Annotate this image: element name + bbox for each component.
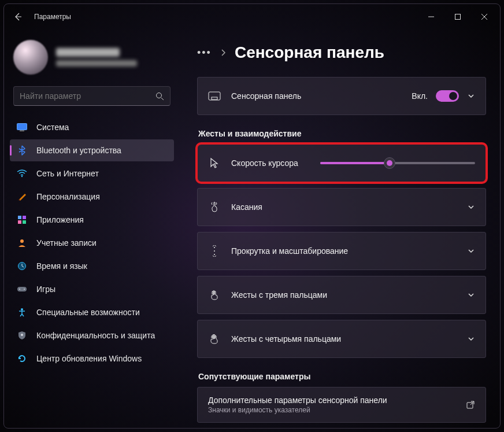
svg-point-19	[214, 250, 215, 252]
three-finger-card[interactable]: Жесты с тремя пальцами	[197, 276, 486, 314]
sidebar-item-label: Центр обновления Windows	[36, 354, 142, 363]
hand-three-icon	[208, 289, 221, 301]
clock-icon	[17, 261, 27, 271]
maximize-button[interactable]	[444, 8, 471, 26]
taps-card[interactable]: Касания	[197, 188, 486, 226]
sidebar-item-label: Bluetooth и устройства	[36, 146, 121, 155]
sidebar-item-label: Специальные возможности	[36, 308, 140, 317]
related-subtitle: Значки и видимость указателей	[208, 406, 387, 414]
sidebar-item-label: Конфиденциальность и защита	[36, 331, 155, 340]
sidebar: Система Bluetooth и устройства Сеть и Ин…	[4, 29, 177, 428]
breadcrumb-more-button[interactable]: •••	[197, 47, 212, 59]
expand-button[interactable]	[467, 203, 475, 211]
chevron-down-icon	[467, 247, 475, 255]
svg-point-14	[21, 308, 23, 311]
window-title: Параметры	[34, 13, 71, 21]
sidebar-item-personalization[interactable]: Персонализация	[10, 186, 174, 208]
expand-button[interactable]	[467, 335, 475, 343]
nav-list: Система Bluetooth и устройства Сеть и Ин…	[10, 116, 174, 370]
card-label: Касания	[231, 202, 262, 212]
svg-rect-11	[17, 287, 27, 291]
expand-button[interactable]	[467, 247, 475, 255]
sidebar-item-update[interactable]: Центр обновления Windows	[10, 348, 174, 370]
chevron-down-icon	[467, 335, 475, 343]
bluetooth-icon	[17, 145, 27, 156]
cursor-speed-slider[interactable]	[320, 162, 475, 164]
back-button[interactable]	[6, 5, 29, 28]
sidebar-item-label: Приложения	[36, 215, 84, 224]
wifi-icon	[17, 168, 27, 179]
sidebar-item-accounts[interactable]: Учетные записи	[10, 232, 174, 254]
section-related-title: Сопутствующие параметры	[198, 372, 486, 381]
chevron-down-icon	[467, 203, 475, 211]
sidebar-item-privacy[interactable]: Конфиденциальность и защита	[10, 324, 174, 346]
search-input[interactable]	[20, 91, 155, 101]
expand-button[interactable]	[467, 291, 475, 299]
svg-point-9	[20, 239, 24, 243]
svg-rect-7	[18, 220, 21, 224]
profile-block[interactable]	[10, 35, 174, 84]
cursor-icon	[208, 157, 221, 169]
four-finger-card[interactable]: Жесты с четырьмя пальцами	[197, 320, 486, 358]
search-input-wrap[interactable]	[13, 86, 171, 106]
touchpad-toggle[interactable]	[436, 90, 459, 102]
svg-rect-5	[18, 216, 21, 219]
svg-rect-3	[20, 131, 24, 132]
sidebar-item-time[interactable]: Время и язык	[10, 255, 174, 277]
svg-rect-16	[209, 92, 220, 100]
sidebar-item-label: Игры	[36, 285, 55, 294]
brush-icon	[17, 191, 27, 202]
svg-point-15	[21, 334, 23, 336]
gamepad-icon	[17, 284, 27, 294]
card-label: Скорость курсора	[231, 158, 298, 168]
scroll-card[interactable]: Прокрутка и масштабирование	[197, 232, 486, 270]
card-label: Прокрутка и масштабирование	[231, 246, 348, 256]
open-external-button[interactable]	[466, 400, 475, 409]
person-icon	[17, 238, 27, 248]
titlebar: Параметры	[4, 4, 500, 29]
svg-rect-6	[23, 216, 26, 219]
shield-icon	[17, 330, 27, 341]
svg-rect-2	[17, 124, 27, 130]
touchpad-toggle-card[interactable]: Сенсорная панель Вкл.	[197, 77, 486, 115]
sidebar-item-network[interactable]: Сеть и Интернет	[10, 163, 174, 184]
sidebar-item-bluetooth[interactable]: Bluetooth и устройства	[10, 139, 174, 161]
svg-point-1	[157, 93, 162, 98]
hand-four-icon	[208, 333, 221, 345]
sidebar-item-label: Время и язык	[36, 261, 87, 271]
maximize-icon	[455, 14, 461, 20]
avatar	[13, 40, 48, 75]
cursor-speed-card: Скорость курсора	[197, 144, 486, 182]
sidebar-item-system[interactable]: Система	[10, 116, 174, 138]
svg-point-13	[24, 289, 25, 290]
scroll-icon	[208, 245, 221, 257]
sidebar-item-label: Сеть и Интернет	[36, 169, 99, 178]
profile-text	[56, 48, 137, 67]
svg-rect-17	[212, 97, 217, 99]
expand-button[interactable]	[467, 92, 475, 100]
svg-rect-0	[455, 14, 461, 20]
related-title: Дополнительные параметры сенсорной панел…	[208, 396, 387, 405]
close-icon	[481, 14, 487, 20]
arrow-left-icon	[13, 12, 23, 21]
update-icon	[17, 353, 27, 364]
sidebar-item-apps[interactable]: Приложения	[10, 209, 174, 231]
close-button[interactable]	[471, 8, 498, 26]
page-title: Сенсорная панель	[235, 43, 384, 62]
svg-point-18	[214, 247, 215, 248]
toggle-state-text: Вкл.	[412, 91, 428, 101]
accessibility-icon	[17, 307, 27, 317]
minimize-button[interactable]	[418, 8, 444, 26]
sidebar-item-label: Учетные записи	[36, 238, 97, 248]
slider-thumb[interactable]	[384, 157, 395, 169]
tap-icon	[208, 201, 221, 213]
open-external-icon	[466, 400, 475, 409]
related-advanced-card[interactable]: Дополнительные параметры сенсорной панел…	[197, 387, 486, 423]
system-icon	[17, 122, 27, 132]
touchpad-icon	[208, 91, 221, 101]
svg-rect-8	[23, 220, 26, 224]
minimize-icon	[428, 14, 434, 20]
sidebar-item-gaming[interactable]: Игры	[10, 278, 174, 300]
sidebar-item-accessibility[interactable]: Специальные возможности	[10, 301, 174, 323]
svg-point-4	[21, 176, 23, 177]
